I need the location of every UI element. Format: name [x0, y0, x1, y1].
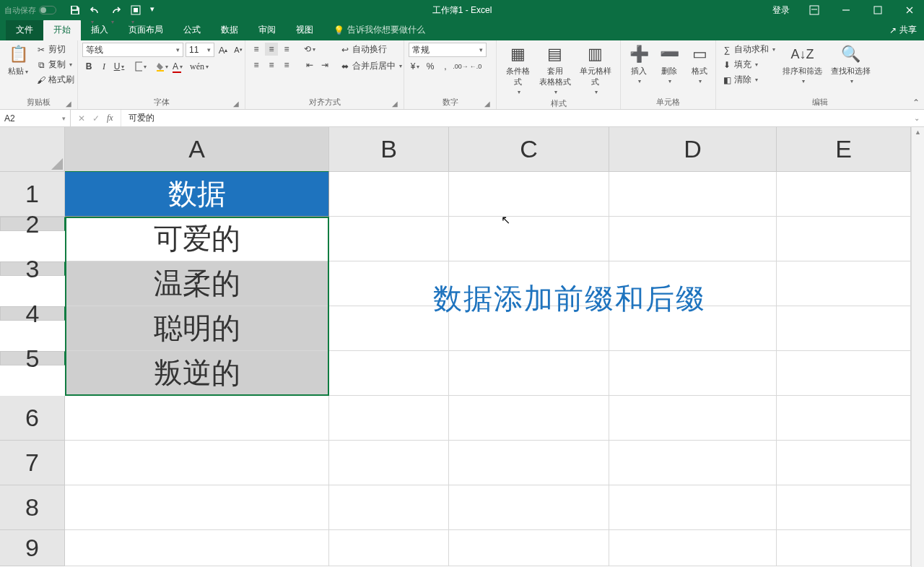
redo-icon[interactable]	[110, 4, 121, 16]
cell-b3[interactable]	[329, 261, 449, 306]
increase-font-icon[interactable]: A▴	[217, 43, 230, 56]
font-name-select[interactable]: 等线▾	[82, 43, 183, 57]
border-button[interactable]	[134, 60, 147, 73]
cell-b2[interactable]	[329, 217, 449, 261]
tab-data[interactable]: 数据	[211, 20, 248, 40]
bold-button[interactable]: B	[82, 60, 95, 73]
row-header-5[interactable]: 5	[0, 351, 65, 365]
cell-b8[interactable]	[329, 485, 449, 530]
increase-decimal-icon[interactable]: .00→	[454, 60, 467, 73]
wrap-text-button[interactable]: ↩自动换行	[339, 43, 404, 56]
font-color-button[interactable]: A	[171, 60, 184, 73]
cell-e3[interactable]	[777, 261, 911, 306]
row-header-4[interactable]: 4	[0, 306, 65, 321]
cell-e8[interactable]	[777, 485, 911, 530]
cell-a7[interactable]	[65, 441, 329, 485]
fx-icon[interactable]: fx	[107, 113, 113, 124]
cell-d7[interactable]	[609, 441, 777, 485]
tab-formula[interactable]: 公式	[173, 20, 211, 40]
cell-a6[interactable]	[65, 396, 329, 441]
cell-c5[interactable]	[449, 351, 609, 396]
cell-d5[interactable]	[609, 351, 777, 396]
col-header-a[interactable]: A	[65, 127, 329, 172]
dialog-launcher-icon[interactable]: ◢	[483, 100, 492, 108]
col-header-e[interactable]: E	[777, 127, 911, 172]
dialog-launcher-icon[interactable]: ◢	[391, 100, 399, 108]
find-select-button[interactable]: 🔍查找和选择	[828, 43, 873, 86]
cell-d1[interactable]	[609, 172, 777, 217]
decrease-font-icon[interactable]: A▾	[232, 43, 245, 56]
tell-me[interactable]: 💡 告诉我你想要做什么	[334, 24, 425, 40]
cell-e6[interactable]	[777, 396, 911, 441]
tab-file[interactable]: 文件	[6, 20, 43, 40]
col-header-b[interactable]: B	[329, 127, 449, 172]
cell-e4[interactable]	[777, 306, 911, 351]
cell-e9[interactable]	[777, 530, 911, 566]
cell-a5[interactable]: 叛逆的	[65, 351, 329, 396]
row-header-9[interactable]: 9	[0, 530, 65, 566]
cell-c6[interactable]	[449, 396, 609, 441]
ribbon-options-icon[interactable]	[800, 0, 829, 20]
cell-c9[interactable]	[449, 530, 609, 566]
tab-page-layout[interactable]: 页面布局	[118, 20, 173, 40]
clear-button[interactable]: ◧清除	[720, 73, 777, 87]
col-header-c[interactable]: C	[449, 127, 609, 172]
format-painter-button[interactable]: 🖌格式刷	[35, 73, 76, 87]
cell-c2[interactable]	[449, 217, 609, 261]
cut-button[interactable]: ✂剪切	[35, 43, 76, 56]
indent-decrease-icon[interactable]: ⇤	[303, 59, 316, 72]
cell-a3[interactable]: 温柔的	[65, 261, 329, 306]
align-middle-icon[interactable]: ≡	[265, 43, 278, 56]
dialog-launcher-icon[interactable]: ◢	[64, 100, 73, 108]
insert-cells-button[interactable]: ➕插入	[625, 43, 653, 86]
italic-button[interactable]: I	[97, 60, 110, 73]
expand-formula-icon[interactable]: ⌄	[914, 114, 920, 122]
cell-e5[interactable]	[777, 351, 911, 396]
undo-icon[interactable]	[90, 4, 101, 16]
delete-cells-button[interactable]: ➖删除	[655, 43, 683, 86]
collapse-ribbon-icon[interactable]: ⌃	[912, 98, 920, 108]
qat-more-icon[interactable]: ▾	[150, 4, 162, 16]
cell-a8[interactable]	[65, 485, 329, 530]
enter-icon[interactable]: ✓	[92, 113, 100, 124]
align-top-icon[interactable]: ≡	[250, 43, 263, 56]
percent-format-icon[interactable]: %	[424, 60, 437, 73]
cell-a1[interactable]: 数据	[65, 172, 329, 217]
cell-b9[interactable]	[329, 530, 449, 566]
maximize-button[interactable]	[863, 0, 892, 20]
tab-review[interactable]: 审阅	[248, 20, 286, 40]
cell-d8[interactable]	[609, 485, 777, 530]
sort-filter-button[interactable]: A↓Z排序和筛选	[780, 43, 825, 86]
cell-b1[interactable]	[329, 172, 449, 217]
phonetic-button[interactable]: wén	[193, 60, 206, 73]
cell-e7[interactable]	[777, 441, 911, 485]
cell-e2[interactable]	[777, 217, 911, 261]
cell-a2[interactable]: 可爱的	[65, 217, 329, 261]
minimize-button[interactable]	[832, 0, 860, 20]
table-format-button[interactable]: ▤套用 表格格式	[538, 43, 572, 97]
save-icon[interactable]	[69, 4, 81, 16]
cell-b6[interactable]	[329, 396, 449, 441]
col-header-d[interactable]: D	[609, 127, 777, 172]
row-header-7[interactable]: 7	[0, 441, 65, 485]
number-format-select[interactable]: 常规▾	[409, 43, 487, 57]
cell-d6[interactable]	[609, 396, 777, 441]
row-header-3[interactable]: 3	[0, 261, 65, 276]
fill-button[interactable]: ⬇填充	[720, 58, 777, 72]
name-box[interactable]: A2▾	[0, 110, 71, 126]
tab-home[interactable]: 开始	[43, 20, 81, 40]
tab-view[interactable]: 视图	[286, 20, 323, 40]
cell-b5[interactable]	[329, 351, 449, 396]
merge-center-button[interactable]: ⬌合并后居中	[339, 59, 404, 73]
cell-b7[interactable]	[329, 441, 449, 485]
row-header-2[interactable]: 2	[0, 217, 65, 231]
cancel-icon[interactable]: ✕	[78, 113, 85, 124]
fill-color-button[interactable]	[156, 60, 169, 73]
row-header-8[interactable]: 8	[0, 485, 65, 530]
cell-styles-button[interactable]: ▥单元格样式	[575, 43, 616, 97]
cell-c1[interactable]	[449, 172, 609, 217]
font-size-select[interactable]: 11▾	[186, 43, 214, 57]
close-button[interactable]	[895, 0, 924, 20]
conditional-format-button[interactable]: ▦条件格式	[501, 43, 535, 97]
touch-mode-icon[interactable]	[130, 4, 141, 16]
